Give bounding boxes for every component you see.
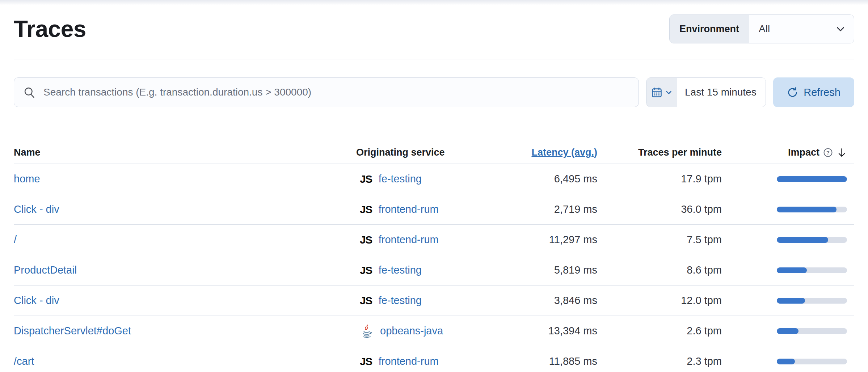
- search-box[interactable]: [14, 77, 639, 107]
- impact-cell: [722, 207, 854, 212]
- transaction-name-link[interactable]: /cart: [14, 355, 34, 367]
- impact-bar-track: [777, 176, 847, 182]
- name-cell: /cart: [14, 355, 356, 367]
- impact-bar-track: [777, 328, 847, 334]
- service-cell: JS frontend-rum: [356, 355, 485, 368]
- impact-bar-track: [777, 207, 847, 212]
- table-body: home JS fe-testing 6,495 ms 17.9 tpm: [14, 164, 854, 372]
- chevron-down-icon: [665, 89, 673, 96]
- service-link[interactable]: fe-testing: [379, 173, 422, 185]
- transaction-name-link[interactable]: ProductDetail: [14, 264, 77, 276]
- chevron-down-icon: [835, 24, 846, 34]
- table-header-row: Name Originating service Latency (avg.) …: [14, 141, 854, 164]
- service-cell: JS opbeans-java: [356, 324, 485, 338]
- name-cell: home: [14, 173, 356, 185]
- environment-label: Environment: [670, 15, 749, 43]
- latency-sort-link[interactable]: Latency (avg.): [531, 147, 597, 158]
- name-cell: Click - div: [14, 295, 356, 307]
- impact-bar-track: [777, 237, 847, 243]
- impact-bar-fill: [777, 359, 795, 364]
- service-link[interactable]: frontend-rum: [379, 355, 439, 367]
- latency-value: 2,719 ms: [485, 203, 597, 215]
- js-agent-icon: JS: [360, 173, 372, 185]
- latency-value: 6,495 ms: [485, 173, 597, 185]
- tpm-value: 12.0 tpm: [597, 295, 722, 307]
- impact-cell: [722, 328, 854, 334]
- tpm-value: 17.9 tpm: [597, 173, 722, 185]
- transaction-name-link[interactable]: /: [14, 234, 17, 245]
- table-row: ProductDetail JS fe-testing 5,819 ms 8.6…: [14, 255, 854, 286]
- impact-bar-track: [777, 267, 847, 273]
- service-link[interactable]: frontend-rum: [379, 203, 439, 215]
- column-header-service: Originating service: [356, 147, 485, 158]
- js-agent-icon: JS: [360, 203, 372, 216]
- column-header-impact[interactable]: Impact ?: [722, 147, 854, 158]
- impact-bar-fill: [777, 267, 807, 273]
- transaction-name-link[interactable]: Click - div: [14, 295, 59, 306]
- service-link[interactable]: fe-testing: [379, 295, 422, 307]
- latency-value: 11,885 ms: [485, 355, 597, 367]
- calendar-icon: [651, 87, 662, 98]
- transaction-name-link[interactable]: DispatcherServlet#doGet: [14, 325, 131, 337]
- impact-bar-fill: [777, 237, 828, 243]
- page-top-scroll-shadow: [0, 0, 868, 5]
- name-cell: Click - div: [14, 203, 356, 215]
- service-cell: JS frontend-rum: [356, 203, 485, 216]
- java-agent-icon: [360, 324, 374, 338]
- column-header-latency[interactable]: Latency (avg.): [485, 147, 597, 158]
- tpm-value: 7.5 tpm: [597, 234, 722, 246]
- impact-cell: [722, 237, 854, 243]
- refresh-button[interactable]: Refresh: [773, 77, 854, 107]
- js-agent-icon: JS: [360, 355, 372, 368]
- page-title: Traces: [14, 16, 86, 42]
- tpm-value: 2.6 tpm: [597, 325, 722, 337]
- table-row: Click - div JS frontend-rum 2,719 ms 36.…: [14, 194, 854, 225]
- date-picker-toggle[interactable]: [646, 78, 677, 107]
- environment-select[interactable]: All: [749, 15, 854, 43]
- name-cell: /: [14, 234, 356, 246]
- impact-cell: [722, 267, 854, 273]
- service-cell: JS fe-testing: [356, 264, 485, 276]
- search-icon: [24, 86, 35, 98]
- js-agent-icon: JS: [360, 264, 372, 276]
- header-divider: [14, 59, 854, 59]
- transaction-name-link[interactable]: Click - div: [14, 203, 59, 215]
- impact-bar-track: [777, 359, 847, 364]
- refresh-icon: [787, 87, 798, 98]
- table-row: home JS fe-testing 6,495 ms 17.9 tpm: [14, 164, 854, 194]
- date-picker: Last 15 minutes: [646, 77, 766, 107]
- column-header-name: Name: [14, 147, 356, 158]
- service-cell: JS frontend-rum: [356, 234, 485, 246]
- service-link[interactable]: fe-testing: [379, 264, 422, 276]
- latency-value: 13,394 ms: [485, 325, 597, 337]
- help-icon[interactable]: ?: [823, 148, 833, 157]
- table-row: DispatcherServlet#doGet JS opbeans-java …: [14, 316, 854, 346]
- impact-bar-track: [777, 298, 847, 304]
- refresh-label: Refresh: [804, 86, 840, 98]
- transaction-name-link[interactable]: home: [14, 173, 40, 185]
- impact-cell: [722, 176, 854, 182]
- impact-header-label: Impact: [788, 147, 819, 158]
- latency-value: 11,297 ms: [485, 234, 597, 246]
- service-link[interactable]: opbeans-java: [380, 325, 443, 337]
- svg-text:?: ?: [826, 149, 830, 155]
- time-range-button[interactable]: Last 15 minutes: [677, 78, 766, 107]
- js-agent-icon: JS: [360, 295, 372, 307]
- environment-selector[interactable]: Environment All: [669, 14, 854, 43]
- environment-selected-value: All: [759, 23, 770, 35]
- impact-bar-fill: [777, 176, 847, 182]
- impact-bar-fill: [777, 298, 805, 304]
- filter-bar: Last 15 minutes Refresh: [14, 77, 854, 107]
- service-cell: JS fe-testing: [356, 173, 485, 185]
- name-cell: DispatcherServlet#doGet: [14, 325, 356, 337]
- table-row: /cart JS frontend-rum 11,885 ms 2.3 tpm: [14, 346, 854, 372]
- page-header: Traces Environment All: [14, 14, 854, 44]
- latency-value: 3,846 ms: [485, 295, 597, 307]
- search-input[interactable]: [43, 86, 629, 98]
- service-cell: JS fe-testing: [356, 295, 485, 307]
- service-link[interactable]: frontend-rum: [379, 234, 439, 246]
- impact-cell: [722, 298, 854, 304]
- column-header-tpm: Traces per minute: [597, 147, 722, 158]
- tpm-value: 36.0 tpm: [597, 203, 722, 215]
- impact-bar-fill: [777, 207, 837, 212]
